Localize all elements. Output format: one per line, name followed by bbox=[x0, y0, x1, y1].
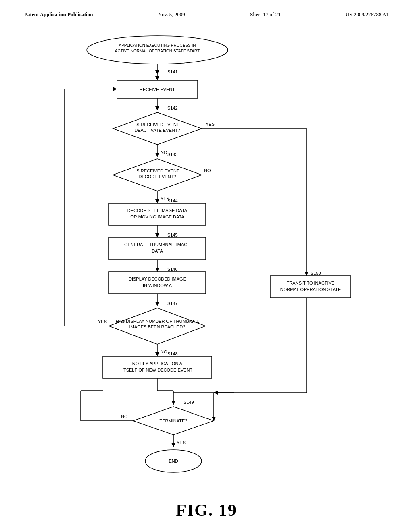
svg-text:TERMINATE?: TERMINATE? bbox=[160, 418, 188, 423]
svg-text:S147: S147 bbox=[167, 301, 178, 306]
svg-marker-11 bbox=[155, 106, 159, 110]
svg-text:DATA: DATA bbox=[152, 249, 163, 254]
header-date: Nov. 5, 2009 bbox=[158, 11, 185, 18]
svg-text:YES: YES bbox=[206, 122, 215, 127]
svg-text:IMAGES BEEN REACHED?: IMAGES BEEN REACHED? bbox=[129, 324, 186, 329]
figure-caption: FIG. 19 bbox=[176, 501, 237, 520]
svg-text:S141: S141 bbox=[167, 69, 178, 74]
svg-text:NOTIFY APPLICATION A: NOTIFY APPLICATION A bbox=[132, 361, 183, 366]
svg-marker-83 bbox=[305, 272, 309, 276]
svg-text:S149: S149 bbox=[184, 400, 194, 405]
svg-marker-90 bbox=[214, 391, 218, 395]
svg-text:YES: YES bbox=[98, 319, 107, 324]
svg-text:S142: S142 bbox=[167, 106, 178, 110]
svg-marker-29 bbox=[155, 199, 159, 203]
svg-marker-4 bbox=[155, 70, 159, 74]
svg-marker-74 bbox=[171, 443, 175, 447]
svg-marker-48 bbox=[155, 302, 159, 306]
svg-text:S143: S143 bbox=[167, 152, 178, 157]
svg-text:END: END bbox=[169, 459, 178, 463]
svg-marker-69 bbox=[171, 401, 175, 405]
svg-marker-59 bbox=[155, 352, 159, 356]
svg-text:RECEIVE EVENT: RECEIVE EVENT bbox=[140, 87, 175, 92]
svg-text:IS RECEIVED EVENT: IS RECEIVED EVENT bbox=[135, 168, 179, 173]
svg-text:S150: S150 bbox=[311, 271, 321, 276]
svg-text:S148: S148 bbox=[167, 351, 178, 356]
svg-text:NO: NO bbox=[204, 168, 211, 173]
header-publication: Patent Application Publication bbox=[24, 11, 93, 18]
svg-marker-42 bbox=[155, 268, 159, 272]
svg-text:NO: NO bbox=[161, 150, 167, 155]
svg-marker-57 bbox=[113, 87, 117, 91]
header-sheet: Sheet 17 of 21 bbox=[250, 11, 280, 18]
svg-text:GENERATE THUMBNAIL IMAGE: GENERATE THUMBNAIL IMAGE bbox=[124, 242, 190, 247]
svg-text:DISPLAY DECODED IMAGE: DISPLAY DECODED IMAGE bbox=[129, 276, 186, 281]
svg-text:S145: S145 bbox=[167, 233, 178, 237]
svg-text:NORMAL OPERATION STATE: NORMAL OPERATION STATE bbox=[280, 287, 341, 292]
svg-text:IN WINDOW A: IN WINDOW A bbox=[143, 283, 172, 288]
svg-text:NO: NO bbox=[121, 414, 128, 419]
header-patent-number: US 2009/276788 A1 bbox=[346, 11, 389, 18]
svg-marker-36 bbox=[155, 233, 159, 237]
svg-text:DECODE EVENT?: DECODE EVENT? bbox=[139, 174, 176, 179]
svg-text:DEACTIVATE EVENT?: DEACTIVATE EVENT? bbox=[134, 128, 180, 133]
svg-text:NO: NO bbox=[161, 349, 167, 354]
svg-text:DECODE STILL IMAGE DATA: DECODE STILL IMAGE DATA bbox=[127, 208, 188, 213]
svg-text:ACTIVE NORMAL OPERATION STATE : ACTIVE NORMAL OPERATION STATE START bbox=[115, 49, 200, 53]
svg-text:S146: S146 bbox=[167, 267, 178, 272]
svg-text:S144: S144 bbox=[167, 198, 178, 203]
svg-text:TRANSIT TO INACTIVE: TRANSIT TO INACTIVE bbox=[287, 281, 335, 285]
svg-marker-7 bbox=[155, 76, 159, 80]
svg-text:ITSELF OF NEW DECODE EVENT: ITSELF OF NEW DECODE EVENT bbox=[122, 368, 192, 372]
svg-marker-19 bbox=[155, 153, 159, 157]
svg-text:HAS DISPLAY NUMBER OF THUMBNAI: HAS DISPLAY NUMBER OF THUMBNAIL bbox=[116, 319, 199, 324]
flowchart-svg: text { font-family: Arial, sans-serif; f… bbox=[0, 26, 413, 509]
diagram-area: text { font-family: Arial, sans-serif; f… bbox=[0, 26, 413, 509]
svg-text:APPLICATION EXECUTING PROCESS : APPLICATION EXECUTING PROCESS IN bbox=[119, 43, 196, 48]
page-header: Patent Application Publication Nov. 5, 2… bbox=[0, 0, 413, 18]
svg-text:IS RECEIVED EVENT: IS RECEIVED EVENT bbox=[135, 122, 179, 127]
svg-text:YES: YES bbox=[177, 440, 186, 445]
svg-text:OR MOVING IMAGE DATA: OR MOVING IMAGE DATA bbox=[130, 214, 184, 219]
